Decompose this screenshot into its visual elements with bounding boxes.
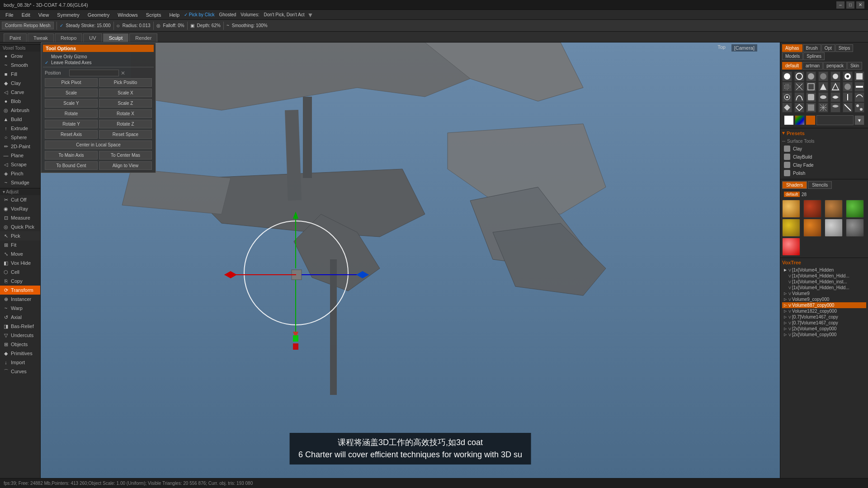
stencils-tab[interactable]: Stencils — [808, 181, 832, 189]
sidebar-item-clay[interactable]: ◆ Clay — [0, 79, 40, 88]
sidebar-item-voxray[interactable]: ◉ VoxRay — [0, 204, 40, 213]
sidebar-item-build[interactable]: ▲ Build — [0, 115, 40, 124]
sidebar-item-basrelief[interactable]: ◨ Bas-Relief — [0, 322, 40, 331]
sidebar-item-sphere[interactable]: ○ Sphere — [0, 133, 40, 142]
sidebar-item-cell[interactable]: ⬡ Cell — [0, 267, 40, 277]
sidebar-item-pick[interactable]: ↖ Pick — [0, 231, 40, 240]
brush-cell-14[interactable] — [854, 82, 864, 92]
preset-claybuild[interactable]: ClayBuild — [782, 153, 866, 161]
sidebar-item-airbrush[interactable]: ◎ Airbrush — [0, 106, 40, 115]
maximize-button[interactable]: □ — [846, 1, 854, 9]
to-bound-btn[interactable]: To Bound Cent — [45, 161, 98, 170]
brush-cell-8[interactable] — [782, 82, 792, 92]
shaders-tab[interactable]: Shaders — [782, 181, 807, 189]
brush-cell-25[interactable] — [818, 103, 828, 113]
brush-cell-22[interactable] — [782, 103, 792, 113]
menu-edit[interactable]: Edit — [18, 11, 34, 19]
color-more[interactable]: ▼ — [854, 115, 864, 125]
tab-skin[interactable]: Skin — [847, 62, 862, 70]
sidebar-item-plane[interactable]: — Plane — [0, 151, 40, 160]
menu-help[interactable]: Help — [165, 11, 183, 19]
brush-cell-15[interactable] — [782, 92, 792, 102]
sidebar-item-smooth[interactable]: ~ Smooth — [0, 61, 40, 70]
tab-render[interactable]: Render — [129, 33, 157, 42]
vt-item-11[interactable]: ▷ V [2x]Volume4_copy000 — [782, 332, 866, 338]
shader-gold[interactable] — [782, 200, 800, 218]
pick-pivot-btn[interactable]: Pick Pivot — [45, 78, 98, 87]
sidebar-item-blob[interactable]: ● Blob — [0, 97, 40, 106]
sidebar-item-extrude[interactable]: ↑ Extrude — [0, 124, 40, 133]
sidebar-item-pinch[interactable]: ◈ Pinch — [0, 169, 40, 178]
shader-darksilver[interactable] — [846, 219, 864, 237]
presets-collapse[interactable]: ▾ — [782, 130, 785, 136]
rotate-y-btn[interactable]: Rotate Y — [45, 120, 98, 128]
brush-cell-11[interactable] — [818, 82, 828, 92]
menu-view[interactable]: View — [35, 11, 53, 19]
sidebar-item-move[interactable]: ⤡ Move — [0, 249, 40, 258]
sidebar-item-primitives[interactable]: ◆ Primitives — [0, 349, 40, 358]
sidebar-item-undercuts[interactable]: ▽ Undercuts — [0, 331, 40, 340]
menu-scripts[interactable]: Scripts — [142, 11, 165, 19]
sidebar-item-warp[interactable]: ~ Warp — [0, 304, 40, 313]
brush-cell-23[interactable] — [794, 103, 804, 113]
vt-item-2[interactable]: V [1x]Volume4_Hidden_inst... — [782, 279, 866, 285]
brush-cell-10[interactable] — [806, 82, 816, 92]
brush-cell-18[interactable] — [818, 92, 828, 102]
tab-penpack[interactable]: penpack — [823, 62, 847, 70]
sidebar-item-scrape[interactable]: ◁ Scrape — [0, 160, 40, 169]
vt-item-4[interactable]: ▷ V Volume9 — [782, 291, 866, 296]
align-view-btn[interactable]: Align to View — [99, 161, 152, 170]
color-spectrum[interactable] — [795, 115, 805, 125]
brush-cell-16[interactable] — [794, 92, 804, 102]
sidebar-item-measure[interactable]: ⊡ Measure — [0, 213, 40, 222]
brush-cell-24[interactable] — [806, 103, 816, 113]
menu-file[interactable]: File — [2, 11, 17, 19]
shader-orange[interactable] — [803, 219, 821, 237]
shader-red[interactable] — [782, 238, 800, 256]
reset-axis-btn[interactable]: Reset Axis — [45, 130, 98, 139]
tab-sculpt[interactable]: Sculpt — [103, 33, 129, 42]
tab-tweak[interactable]: Tweak — [28, 33, 54, 42]
dont-pick-btn[interactable]: Don't Pick, Don't Act — [264, 12, 304, 17]
brush-cell-17[interactable] — [806, 92, 816, 102]
sidebar-item-axial[interactable]: ↺ Axial — [0, 313, 40, 322]
shader-rust[interactable] — [803, 200, 821, 218]
vt-item-0[interactable]: ▶ V [1x]Volume4_Hidden — [782, 267, 866, 273]
preset-polish[interactable]: Polish — [782, 169, 866, 177]
brush-cell-6[interactable] — [843, 71, 853, 81]
color-gradient[interactable] — [816, 115, 854, 125]
surface-tools-collapse[interactable]: ─ — [782, 139, 785, 144]
brush-cell-3[interactable] — [806, 71, 816, 81]
reset-space-btn[interactable]: Reset Space — [99, 130, 152, 139]
brush-cell-2[interactable] — [794, 71, 804, 81]
tab-opt[interactable]: Opt — [821, 44, 835, 52]
vt-item-5[interactable]: ▷ V Volume9_copy000 — [782, 296, 866, 302]
tab-paint[interactable]: Paint — [4, 33, 27, 42]
dropdown-icon[interactable]: ▼ — [307, 11, 313, 19]
vt-item-10[interactable]: ▷ V [2x]Volume4_copy000 — [782, 326, 866, 332]
brush-cell-26[interactable] — [830, 103, 840, 113]
steady-value[interactable]: Steady Stroke: 15.000 — [66, 23, 111, 28]
pick-by-click[interactable]: ✓ Pick by Click — [184, 12, 214, 17]
vt-item-1[interactable]: V [1x]Volume4_Hidden_Hidd... — [782, 273, 866, 279]
center-local-btn[interactable]: Center in Local Space — [45, 141, 152, 149]
brush-cell-21[interactable] — [854, 92, 864, 102]
minimize-button[interactable]: – — [836, 1, 844, 9]
shader-green[interactable] — [846, 200, 864, 218]
sidebar-item-import[interactable]: ↓ Import — [0, 358, 40, 367]
vt-item-9[interactable]: ▷ V [0.7]Volume1467_copy — [782, 320, 866, 326]
tab-brush[interactable]: Brush — [803, 44, 821, 52]
tab-uv[interactable]: UV — [83, 33, 102, 42]
menu-windows[interactable]: Windows — [114, 11, 142, 19]
close-button[interactable]: ✕ — [856, 1, 864, 9]
sidebar-item-2dpaint[interactable]: ✏ 2D-Paint — [0, 142, 40, 151]
tab-default[interactable]: default — [782, 62, 802, 70]
vt-item-6[interactable]: ▷ V Volume887_copy000 — [782, 302, 866, 308]
color-white[interactable] — [784, 115, 794, 125]
ghosted-btn[interactable]: Ghosted — [219, 12, 236, 17]
vt-item-7[interactable]: ▷ V Volume1822_copy000 — [782, 308, 866, 314]
preset-clayfade[interactable]: Clay Fade — [782, 161, 866, 169]
sidebar-item-copy[interactable]: ⎘ Copy — [0, 277, 40, 286]
rotate-x-btn[interactable]: Rotate X — [99, 109, 152, 118]
scale-y-btn[interactable]: Scale Y — [45, 99, 98, 108]
